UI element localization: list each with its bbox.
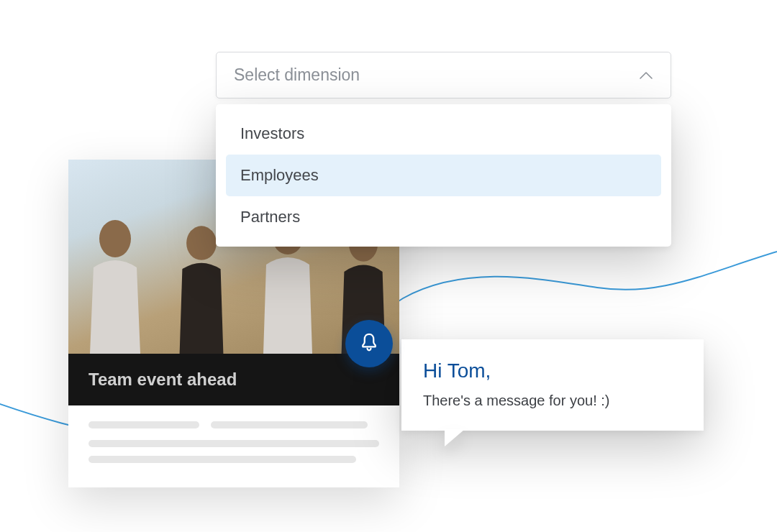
speech-bubble-tail	[445, 429, 465, 446]
message-body-text: There's a message for you! :)	[423, 393, 682, 409]
message-greeting: Hi Tom,	[423, 359, 682, 382]
skeleton-line	[211, 421, 368, 428]
bell-icon	[358, 331, 380, 356]
skeleton-line	[88, 440, 379, 447]
dropdown-option-partners[interactable]: Partners	[226, 196, 661, 238]
dimension-select-placeholder: Select dimension	[234, 65, 360, 85]
svg-point-0	[99, 220, 131, 257]
dimension-select-trigger[interactable]: Select dimension	[216, 52, 671, 98]
dimension-dropdown: Select dimension Investors Employees Par…	[216, 52, 671, 247]
skeleton-line	[88, 421, 199, 428]
message-bubble: Hi Tom, There's a message for you! :)	[401, 339, 704, 431]
svg-point-1	[186, 226, 217, 260]
chevron-up-icon	[639, 70, 653, 81]
dropdown-option-investors[interactable]: Investors	[226, 113, 661, 155]
event-card-title: Team event ahead	[68, 354, 399, 405]
skeleton-line	[88, 456, 356, 463]
notification-badge[interactable]	[345, 320, 393, 367]
dropdown-option-employees[interactable]: Employees	[226, 155, 661, 196]
event-card-body	[68, 405, 399, 487]
dimension-dropdown-panel: Investors Employees Partners	[216, 104, 671, 247]
